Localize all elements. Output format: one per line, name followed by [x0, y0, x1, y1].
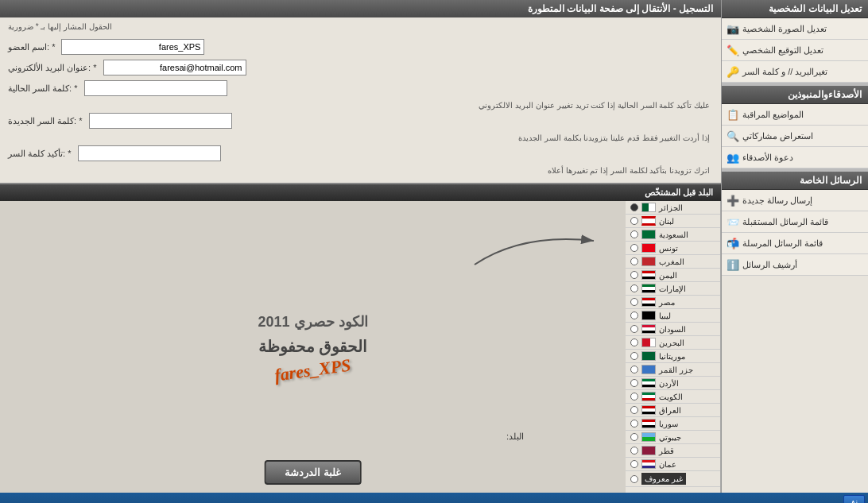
- country-radio[interactable]: [630, 352, 638, 360]
- country-item[interactable]: موريتانيا: [626, 350, 720, 363]
- content-area: التسجيل - الأنتقال إلى صفحة البيانات الم…: [0, 0, 721, 493]
- country-radio[interactable]: [630, 420, 638, 428]
- sidebar-item-edit-signature[interactable]: تعديل التوقيع الشخصي ✏️: [722, 40, 868, 61]
- country-radio[interactable]: [630, 406, 638, 414]
- country-item[interactable]: الإمارات: [626, 282, 720, 296]
- country-flag: [641, 378, 656, 388]
- sidebar-item-new-message[interactable]: إرسال رسالة جديدة ➕: [722, 190, 868, 211]
- current-password-input[interactable]: [84, 80, 227, 96]
- rights-reserved-text: الحقوق محفوظة: [258, 337, 367, 356]
- sidebar-archive-label: أرشيف الرسائل: [742, 260, 797, 270]
- country-name: ليبيا: [659, 311, 671, 320]
- sidebar-item-watched-topics[interactable]: المواضيع المراقبة 📋: [722, 104, 868, 126]
- country-radio[interactable]: [630, 460, 638, 468]
- center-area: الكود حصري 2011 الحقوق محفوظة fares_XPS …: [0, 201, 626, 493]
- new-password-input[interactable]: [89, 113, 232, 129]
- country-item[interactable]: مصر: [626, 296, 720, 309]
- country-flag: [641, 351, 656, 361]
- sidebar-item-inbox[interactable]: قائمة الرسائل المستقبلة 📨: [722, 211, 868, 233]
- country-item[interactable]: العراق: [626, 404, 720, 417]
- sidebar-item-edit-photo[interactable]: تعديل الصورة الشخصية 📷: [722, 18, 868, 40]
- country-radio[interactable]: [630, 298, 638, 306]
- country-radio[interactable]: [630, 244, 638, 252]
- watermark-container: الكود حصري 2011 الحقوق محفوظة fares_XPS: [258, 313, 367, 381]
- new-pw-label: * :كلمة السر الجديدة: [8, 116, 83, 126]
- chat-btn-container: غلبة الدردشة: [264, 460, 362, 485]
- current-pw-note: عليك تأكيد كلمة السر الحالية إذا كنت تري…: [8, 101, 713, 110]
- country-radio[interactable]: [630, 447, 638, 455]
- country-name: جزر القمر: [659, 366, 693, 374]
- country-radio[interactable]: [630, 393, 638, 400]
- country-name: الجزائر: [659, 203, 683, 212]
- country-unknown-label: غير معروف: [641, 473, 686, 485]
- country-radio[interactable]: [630, 339, 638, 346]
- country-flag: [641, 459, 656, 469]
- country-item[interactable]: تونس: [626, 242, 720, 255]
- country-item[interactable]: الأردن: [626, 377, 720, 390]
- country-name: قطر: [659, 447, 674, 455]
- country-unknown-radio[interactable]: [630, 475, 638, 483]
- country-item[interactable]: عمان: [626, 458, 720, 471]
- email-row: * :عنوان البريد الألكتروني: [8, 60, 713, 75]
- sidebar-item-sent[interactable]: قائمة الرسائل المرسلة 📬: [722, 233, 868, 254]
- country-item[interactable]: الجزائر: [626, 201, 720, 215]
- country-radio[interactable]: [630, 325, 638, 333]
- country-section-title: البلد قبل المشتخّص: [645, 188, 713, 197]
- country-flag: [641, 432, 656, 442]
- country-radio[interactable]: [630, 366, 638, 373]
- country-name: اليمن: [659, 271, 677, 280]
- sidebar-section3-title: الرسائل الخاصة: [722, 172, 868, 190]
- country-item[interactable]: سوريا: [626, 417, 720, 431]
- taskbar-button[interactable]: Ai: [843, 495, 865, 503]
- country-flag: [641, 257, 656, 266]
- sidebar-section2-title: الأصدقاءوالمنبوذين: [722, 86, 868, 104]
- country-item[interactable]: المغرب: [626, 255, 720, 269]
- country-radio[interactable]: [630, 379, 638, 387]
- confirm-password-input[interactable]: [78, 145, 221, 161]
- country-list: الجزائرلبنانالسعوديةتونسالمغرباليمنالإما…: [626, 201, 721, 493]
- required-note-row: الحقول المشار إليها بـ * ضرورية: [8, 22, 713, 34]
- country-item[interactable]: جيبوتي: [626, 431, 720, 444]
- country-radio[interactable]: [630, 433, 638, 441]
- sidebar-item-invite-friends[interactable]: دعوة الأصدقاء 👥: [722, 147, 868, 168]
- country-item[interactable]: لبنان: [626, 215, 720, 228]
- country-item[interactable]: ليبيا: [626, 309, 720, 323]
- chat-button[interactable]: غلبة الدردشة: [264, 460, 362, 485]
- country-label-row: البلد:: [500, 428, 530, 445]
- country-item[interactable]: اليمن: [626, 269, 720, 282]
- country-flag: [641, 230, 656, 239]
- country-item[interactable]: السعودية: [626, 228, 720, 242]
- taskbar: Ai: [0, 493, 868, 503]
- country-name: السودان: [659, 325, 686, 334]
- sidebar-watched-label: المواضيع المراقبة: [742, 110, 804, 120]
- sidebar-item-archive[interactable]: أرشيف الرسائل ℹ️: [722, 254, 868, 276]
- country-section-header: البلد قبل المشتخّص: [0, 184, 721, 201]
- country-flag: [641, 324, 656, 334]
- country-flag: [641, 446, 656, 455]
- sidebar-item-my-posts[interactable]: استعراض مشاركاتي 🔍: [722, 126, 868, 147]
- country-item[interactable]: السودان: [626, 323, 720, 336]
- username-input[interactable]: [61, 39, 204, 55]
- country-radio[interactable]: [630, 203, 638, 211]
- country-item[interactable]: جزر القمر: [626, 363, 720, 377]
- email-input[interactable]: [103, 60, 246, 75]
- country-name: البحرين: [659, 339, 684, 347]
- country-radio[interactable]: [630, 311, 638, 319]
- country-radio[interactable]: [630, 230, 638, 238]
- country-radio[interactable]: [630, 257, 638, 265]
- exclusive-code-text: الكود حصري 2011: [258, 313, 367, 331]
- country-radio[interactable]: [630, 284, 638, 292]
- country-radio[interactable]: [630, 271, 638, 279]
- current-pw-row: * :كلمة السر الحالية: [8, 80, 713, 96]
- confirm-pw-label: * :تأكيد كلمة السر: [8, 149, 72, 159]
- country-flag: [641, 203, 656, 212]
- username-label: * :اسم العضو: [8, 42, 55, 52]
- country-item[interactable]: الكويت: [626, 390, 720, 404]
- sidebar-item-change-password[interactable]: تغيرالبريد // و كلمة السر 🔑: [722, 61, 868, 83]
- country-item[interactable]: قطر: [626, 444, 720, 458]
- country-item-unknown[interactable]: غير معروف: [626, 471, 720, 487]
- sidebar-edit-photo-label: تعديل الصورة الشخصية: [742, 24, 827, 34]
- country-radio[interactable]: [630, 217, 638, 225]
- country-item[interactable]: البحرين: [626, 336, 720, 350]
- logo-text: fares_XPS: [273, 354, 352, 385]
